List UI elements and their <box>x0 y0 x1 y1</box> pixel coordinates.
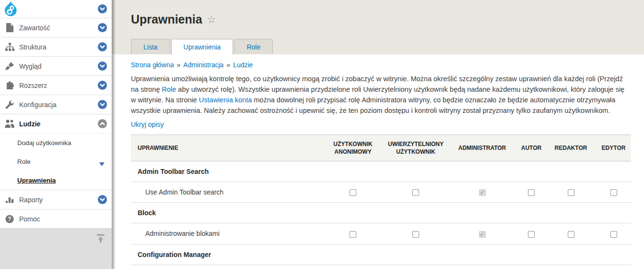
permission-checkbox <box>479 189 486 196</box>
module-group-label: Admin Toolbar Search <box>131 161 631 182</box>
chevron-down-icon[interactable] <box>98 81 107 90</box>
sidebar-item-konfiguracja[interactable]: Konfiguracja <box>0 95 112 114</box>
breadcrumb-link-ludzie[interactable]: Ludzie <box>233 61 253 69</box>
sidebar-item-ludzie[interactable]: Ludzie <box>0 114 112 134</box>
permission-checkbox[interactable] <box>528 231 535 238</box>
tab-lista[interactable]: Lista <box>131 39 170 54</box>
sidebar-subitem-role[interactable]: Role <box>0 152 112 171</box>
chevron-down-icon[interactable] <box>98 23 107 32</box>
permission-checkbox[interactable] <box>350 189 356 196</box>
column-header-edytor: EDYTOR <box>596 135 631 161</box>
permission-checkbox <box>479 231 486 238</box>
sidebar-item-struktura[interactable]: Struktura <box>0 37 112 57</box>
permission-checkbox[interactable] <box>412 189 419 196</box>
sidebar-item-label: Konfiguracja <box>19 101 98 109</box>
svg-text:?: ? <box>8 216 11 222</box>
hide-descriptions-link[interactable]: Ukryj opisy <box>131 121 164 128</box>
sidebar-subitem-dodaj-uzytkownika[interactable]: Dodaj użytkownika <box>0 134 112 152</box>
checkbox-cell <box>447 182 517 203</box>
permission-checkbox[interactable] <box>350 231 356 238</box>
permission-checkbox[interactable] <box>610 189 617 196</box>
checkbox-cell <box>322 182 384 203</box>
sidebar-item-label: Zawartość <box>19 24 98 32</box>
checkbox-cell <box>384 265 447 269</box>
wrench-icon <box>4 100 15 109</box>
sidebar-item-zawartosc[interactable]: Zawartość <box>0 18 112 37</box>
chevron-down-icon[interactable] <box>98 61 107 71</box>
checkbox-cell <box>384 182 447 203</box>
permission-checkbox[interactable] <box>528 189 535 196</box>
column-header-uprawnienie: UPRAWNIENIE <box>131 135 322 161</box>
checkbox-cell <box>596 265 631 269</box>
checkbox-cell <box>447 265 517 269</box>
permissions-table: UPRAWNIENIEUŻYTKOWNIK ANONIMOWYUWIERZYTE… <box>131 134 631 269</box>
admin-sidebar: ZawartośćStrukturaWyglądRozszerzKonfigur… <box>0 0 112 269</box>
chevron-down-icon[interactable] <box>98 42 107 51</box>
sidebar-item-raporty[interactable]: Raporty <box>0 190 112 209</box>
column-header-autor: AUTOR <box>517 135 546 161</box>
breadcrumb-link-strona-g-owna[interactable]: Strona główna <box>131 61 174 69</box>
checkbox-cell <box>384 223 447 244</box>
module-group-row: Configuration Manager <box>131 244 631 265</box>
sidebar-item-label: Raporty <box>19 196 98 204</box>
permission-checkbox[interactable] <box>610 231 617 238</box>
sidebar-item-label: Struktura <box>19 43 98 51</box>
page-title-text: Uprawnienia <box>131 12 202 26</box>
checkbox-cell <box>517 182 546 203</box>
sidebar-home-item[interactable] <box>0 0 112 18</box>
sidebar-item-wyglad[interactable]: Wygląd <box>0 57 112 76</box>
barchart-icon <box>4 196 15 204</box>
column-header-uzytkownik-anonimowy: UŻYTKOWNIK ANONIMOWY <box>322 135 384 161</box>
tab-uprawnienia[interactable]: Uprawnienia <box>171 39 234 55</box>
checkbox-cell <box>322 223 384 244</box>
page-header: Uprawnienia ☆ ListaUprawnieniaRole <box>112 0 644 54</box>
help-icon: ? <box>4 215 15 223</box>
scroll-to-top-icon[interactable] <box>95 233 106 245</box>
module-group-label: Configuration Manager <box>131 244 631 265</box>
sidebar-item-label: Pomoc <box>19 215 107 223</box>
description-link-role[interactable]: Role <box>162 86 176 93</box>
module-group-row: Admin Toolbar Search <box>131 161 631 182</box>
chevron-down-icon[interactable] <box>98 195 107 204</box>
checkbox-cell <box>322 265 384 269</box>
sidebar-item-label: Rozszerz <box>19 82 98 89</box>
chevron-down-icon[interactable] <box>98 4 107 13</box>
permission-checkbox[interactable] <box>568 189 574 196</box>
puzzle-icon <box>4 81 15 90</box>
permission-row: Eksportuj konfigurację <box>131 265 631 269</box>
checkbox-cell <box>596 182 631 203</box>
sidebar-item-label: Ludzie <box>19 120 98 128</box>
breadcrumb-separator: » <box>177 61 181 69</box>
chevron-up-icon[interactable] <box>98 119 107 128</box>
description-link-ustawienia-konta[interactable]: Ustawienia konta <box>199 96 252 104</box>
triangle-down-icon[interactable] <box>99 160 105 168</box>
breadcrumb-link-administracja[interactable]: Administracja <box>183 61 223 69</box>
primary-tabs: ListaUprawnieniaRole <box>131 39 274 54</box>
sitemap-icon <box>4 43 15 51</box>
tab-role[interactable]: Role <box>234 39 273 54</box>
sidebar-subitem-uprawnienia[interactable]: Uprawnienia <box>0 171 112 190</box>
checkbox-cell <box>517 265 546 269</box>
page-description: Uprawnienia umożliwiają kontrolę tego, c… <box>131 73 631 116</box>
sidebar-subitem-label: Dodaj użytkownika <box>17 139 71 147</box>
permission-checkbox[interactable] <box>412 231 419 238</box>
column-header-administrator: ADMINISTRATOR <box>447 135 517 161</box>
checkbox-cell <box>546 223 596 244</box>
main-content: Uprawnienia ☆ ListaUprawnieniaRole Stron… <box>112 0 644 269</box>
sidebar-footer <box>0 229 112 269</box>
chevron-down-icon[interactable] <box>98 100 107 109</box>
star-outline-icon[interactable]: ☆ <box>207 14 216 25</box>
column-header-redaktor: REDAKTOR <box>546 135 596 161</box>
checkbox-cell <box>546 265 596 269</box>
sidebar-subitem-label: Uprawnienia <box>17 177 56 184</box>
checkbox-cell <box>596 223 631 244</box>
sidebar-subitem-label: Role <box>17 158 31 165</box>
module-group-label: Block <box>131 203 631 223</box>
sidebar-submenu: Dodaj użytkownikaRoleUprawnienia <box>0 134 112 190</box>
sidebar-item-rozszerz[interactable]: Rozszerz <box>0 76 112 95</box>
permission-row: Use Admin Toolbar search <box>131 182 631 203</box>
sidebar-item-label: Wygląd <box>19 62 98 70</box>
permission-checkbox[interactable] <box>568 231 574 238</box>
permission-label: Eksportuj konfigurację <box>131 265 322 269</box>
sidebar-item-pomoc[interactable]: ?Pomoc <box>0 209 112 229</box>
